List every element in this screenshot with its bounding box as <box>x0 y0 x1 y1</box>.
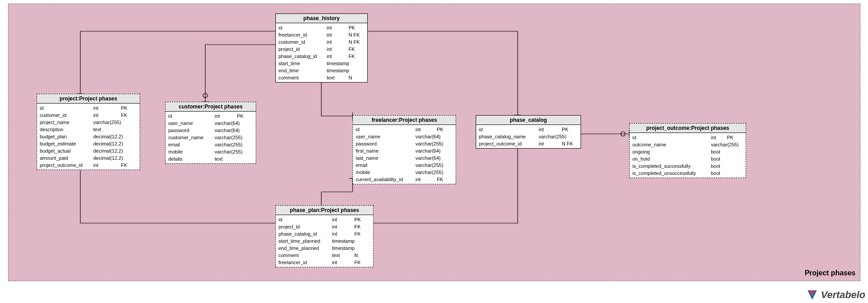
table-row: emailvarchar(255) <box>166 141 256 148</box>
logo-icon <box>806 289 818 301</box>
table-freelancer[interactable]: freelancer:Project phasesidintPKuser_nam… <box>353 115 456 184</box>
table-row: customer_idintFK <box>37 112 140 119</box>
table-row: is_completed_unsuccessfullybool <box>630 170 746 177</box>
table-row: start_timetimestamp <box>276 60 367 67</box>
table-row: idintPK <box>276 216 373 223</box>
table-header: phase_catalog <box>476 116 581 125</box>
area-label: Project phases <box>805 269 856 277</box>
table-row: project_idintFK <box>276 46 367 53</box>
table-row: passwordvarchar(255) <box>353 140 456 147</box>
table-header: freelancer:Project phases <box>353 116 456 125</box>
table-row: project_idintFK <box>276 223 373 230</box>
table-row: idintPK <box>630 134 746 141</box>
table-row: commenttextN <box>276 252 373 259</box>
table-row: budget_estimatedecimal(12,2) <box>37 140 140 147</box>
table-header: phase_plan:Project phases <box>276 206 373 215</box>
table-header: project:Project phases <box>37 94 140 104</box>
table-row: phase_catalog_idintFK <box>276 53 367 60</box>
table-header: phase_history <box>276 14 367 23</box>
table-row: project_outcome_idintFK <box>37 162 140 169</box>
table-row: descriptiontext <box>37 126 140 133</box>
table-phase-history[interactable]: phase_historyidintPKfreelancer_idintN FK… <box>275 13 368 83</box>
table-row: last_namevarchar(64) <box>353 154 456 162</box>
table-row: phase_catalog_idintFK <box>276 230 373 237</box>
table-row: idintPK <box>476 126 581 133</box>
table-row: project_outcome_idintN FK <box>476 140 581 147</box>
table-row: commenttextN <box>276 74 367 81</box>
table-row: idintPK <box>166 112 256 120</box>
table-row: idintPK <box>276 24 367 31</box>
table-row: project_namevarchar(255) <box>37 119 140 126</box>
table-row: end_time_plannedtimestamp <box>276 245 373 252</box>
table-row: current_availability_idintFK <box>353 176 456 183</box>
table-phase-plan[interactable]: phase_plan:Project phasesidintPKproject_… <box>275 205 374 267</box>
table-row: emailvarchar(255) <box>353 162 456 169</box>
table-row: detailstext <box>166 155 256 162</box>
table-row: outcome_namevarchar(255) <box>630 141 746 148</box>
table-row: is_completed_successfullybool <box>630 162 746 170</box>
table-row: phase_catalog_namevarchar(255) <box>476 133 581 140</box>
table-row: idintPK <box>37 104 140 112</box>
table-row: budget_plandecimal(12,2) <box>37 133 140 140</box>
table-row: passwordvarchar(64) <box>166 127 256 134</box>
table-row: customer_idintN FK <box>276 38 367 46</box>
table-row: mobilevarchar(255) <box>166 148 256 155</box>
table-row: amount_paiddecimal(12,2) <box>37 154 140 162</box>
table-row: freelancer_idintN FK <box>276 31 367 38</box>
table-header: customer:Project phases <box>166 102 256 112</box>
table-project[interactable]: project:Project phasesidintPKcustomer_id… <box>37 94 140 170</box>
table-row: start_time_plannedtimestamp <box>276 237 373 245</box>
table-project-outcome[interactable]: project_outcome:Project phasesidintPKout… <box>629 123 746 178</box>
table-header: project_outcome:Project phases <box>630 124 746 133</box>
logo-text: Vertabelo <box>821 289 865 301</box>
erd-canvas: Project phases <box>0 0 868 303</box>
table-row: user_namevarchar(64) <box>353 133 456 140</box>
table-customer[interactable]: customer:Project phasesidintPKuser_namev… <box>165 102 256 164</box>
table-row: end_timetimestamp <box>276 67 367 74</box>
table-row: first_namevarchar(64) <box>353 147 456 154</box>
table-row: ongoingbool <box>630 148 746 155</box>
table-row: mobilevarchar(255) <box>353 169 456 176</box>
table-row: customer_namevarchar(255) <box>166 134 256 141</box>
table-row: user_namevarchar(64) <box>166 120 256 127</box>
table-phase-catalog[interactable]: phase_catalogidintPKphase_catalog_nameva… <box>476 115 581 149</box>
table-row: on_holdbool <box>630 155 746 162</box>
table-row: idintPK <box>353 126 456 133</box>
table-row: freelancer_idintFK <box>276 259 373 266</box>
table-row: budget_actualdecimal(12,2) <box>37 147 140 154</box>
vertabelo-logo: Vertabelo <box>806 289 865 301</box>
